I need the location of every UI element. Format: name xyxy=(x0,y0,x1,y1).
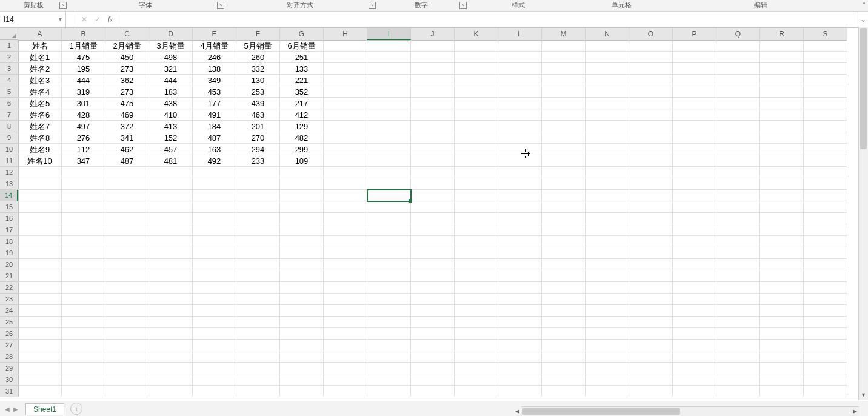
cell[interactable]: 444 xyxy=(62,75,105,86)
cell[interactable] xyxy=(760,132,804,144)
cell[interactable]: 姓名2 xyxy=(18,63,62,75)
cell[interactable] xyxy=(324,374,367,386)
cell[interactable] xyxy=(18,213,62,224)
cell[interactable]: 294 xyxy=(236,144,280,155)
row-header[interactable]: 29 xyxy=(0,363,18,374)
cell[interactable] xyxy=(716,98,760,109)
cell[interactable] xyxy=(673,75,716,86)
cell[interactable]: 217 xyxy=(280,98,324,109)
column-header[interactable]: R xyxy=(760,28,804,40)
cell[interactable] xyxy=(105,328,149,340)
cell[interactable] xyxy=(716,155,760,167)
column-header[interactable]: P xyxy=(673,28,716,40)
cell[interactable] xyxy=(629,213,673,224)
cell[interactable] xyxy=(760,75,804,86)
cell[interactable] xyxy=(673,40,716,52)
cell[interactable] xyxy=(629,224,673,236)
cell[interactable] xyxy=(193,201,236,213)
cell[interactable] xyxy=(324,270,367,282)
cell[interactable] xyxy=(716,109,760,121)
cell[interactable]: 347 xyxy=(62,155,105,167)
cell[interactable] xyxy=(586,328,629,340)
cell[interactable] xyxy=(149,167,193,178)
row-header[interactable]: 15 xyxy=(0,201,18,213)
cell[interactable] xyxy=(586,144,629,155)
cell[interactable] xyxy=(542,86,586,98)
cell[interactable] xyxy=(455,224,498,236)
cell[interactable] xyxy=(804,340,847,351)
cell[interactable] xyxy=(629,259,673,270)
column-header[interactable]: K xyxy=(455,28,498,40)
cell[interactable] xyxy=(498,167,542,178)
cell[interactable] xyxy=(18,363,62,374)
cell[interactable] xyxy=(760,52,804,63)
cell[interactable]: 1月销量 xyxy=(62,40,105,52)
cell[interactable] xyxy=(367,109,411,121)
cell[interactable] xyxy=(280,294,324,305)
cell[interactable] xyxy=(542,40,586,52)
row-header[interactable]: 24 xyxy=(0,305,18,317)
sheet-tab[interactable]: Sheet1 xyxy=(25,403,64,415)
cell[interactable] xyxy=(760,121,804,132)
cell[interactable] xyxy=(760,213,804,224)
cell[interactable]: 3月销量 xyxy=(149,40,193,52)
cell[interactable]: 184 xyxy=(193,121,236,132)
tab-nav-prev-icon[interactable]: ◀ xyxy=(5,406,10,412)
cell[interactable]: 253 xyxy=(236,86,280,98)
row-header[interactable]: 20 xyxy=(0,259,18,270)
cell[interactable] xyxy=(586,213,629,224)
cell[interactable] xyxy=(105,294,149,305)
cell[interactable] xyxy=(673,178,716,190)
dropdown-icon[interactable]: ▼ xyxy=(58,16,63,22)
cell[interactable] xyxy=(62,351,105,363)
cell[interactable] xyxy=(367,75,411,86)
cell[interactable] xyxy=(149,236,193,247)
row-header[interactable]: 1 xyxy=(0,40,18,52)
cell[interactable] xyxy=(760,270,804,282)
cell[interactable] xyxy=(280,213,324,224)
cell[interactable] xyxy=(324,317,367,328)
cell[interactable]: 201 xyxy=(236,121,280,132)
cell[interactable] xyxy=(411,109,455,121)
cell[interactable] xyxy=(62,270,105,282)
cell[interactable]: 姓名4 xyxy=(18,86,62,98)
cell[interactable] xyxy=(324,236,367,247)
cell[interactable] xyxy=(367,374,411,386)
cell[interactable] xyxy=(18,201,62,213)
cell[interactable] xyxy=(324,201,367,213)
cell[interactable]: 276 xyxy=(62,132,105,144)
cell[interactable] xyxy=(542,144,586,155)
cell[interactable]: 332 xyxy=(236,63,280,75)
cell[interactable] xyxy=(716,374,760,386)
cell[interactable] xyxy=(236,317,280,328)
cell[interactable] xyxy=(193,190,236,201)
cell[interactable] xyxy=(542,259,586,270)
cell[interactable] xyxy=(673,86,716,98)
cell[interactable] xyxy=(673,201,716,213)
cell[interactable] xyxy=(629,144,673,155)
cell[interactable] xyxy=(498,98,542,109)
cell[interactable]: 457 xyxy=(149,144,193,155)
cell[interactable]: 姓名5 xyxy=(18,98,62,109)
cell[interactable] xyxy=(18,317,62,328)
cell[interactable] xyxy=(673,247,716,259)
cell[interactable] xyxy=(629,340,673,351)
cell[interactable]: 469 xyxy=(105,109,149,121)
cell[interactable] xyxy=(18,190,62,201)
cell[interactable] xyxy=(105,340,149,351)
cell[interactable]: 姓名1 xyxy=(18,52,62,63)
cell[interactable] xyxy=(62,236,105,247)
cell[interactable]: 450 xyxy=(105,52,149,63)
cell[interactable] xyxy=(498,155,542,167)
cell[interactable] xyxy=(586,386,629,397)
scroll-down-icon[interactable]: ▼ xyxy=(859,392,868,400)
cell[interactable] xyxy=(280,386,324,397)
cell[interactable] xyxy=(629,363,673,374)
cell[interactable] xyxy=(804,213,847,224)
cell[interactable] xyxy=(673,305,716,317)
cell[interactable] xyxy=(324,294,367,305)
cell[interactable] xyxy=(280,270,324,282)
cell[interactable] xyxy=(236,363,280,374)
cell[interactable]: 463 xyxy=(236,109,280,121)
cell[interactable]: 183 xyxy=(149,86,193,98)
